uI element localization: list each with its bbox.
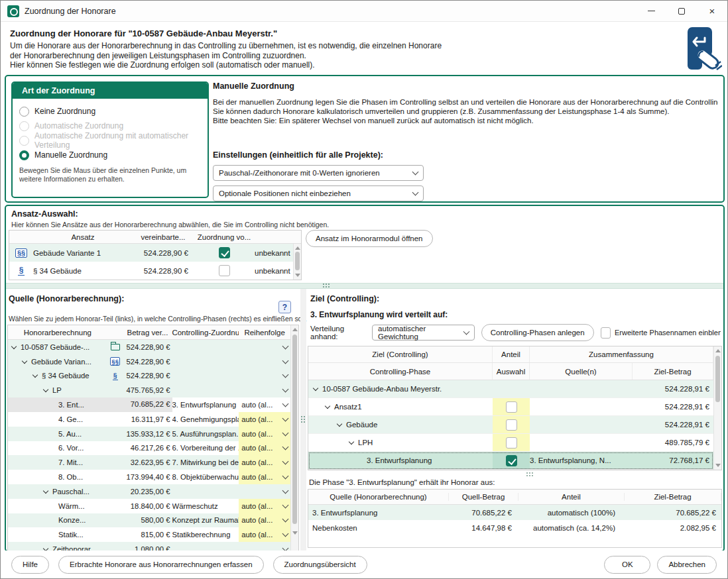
table-row[interactable]: Gebäude 524.228,91 € [308,416,713,434]
col-quellen[interactable]: Quelle(n) [530,363,633,380]
scroll-down-icon[interactable] [295,274,300,277]
tree-expand-icon[interactable] [337,421,342,427]
table-row[interactable]: Zeithonorar1.080,00 € [8,542,290,551]
tree-expand-icon[interactable] [11,344,17,349]
col-ziel-betrag[interactable]: Ziel-Betrag [625,493,721,501]
table-row[interactable]: 10-0587 Gebäude-...524.228,90 € [8,340,290,354]
col-group-ziel[interactable]: Ziel (Controlling) [308,346,493,362]
table-row[interactable]: Wärm...18.840,00 €Wärmeschutzauto (al... [8,499,290,513]
chevron-down-icon[interactable] [282,473,289,480]
col-betrag[interactable]: Betrag ver... [123,329,172,337]
controlling-phasen-anlegen-button[interactable]: Controlling-Phasen anlegen [481,324,594,341]
col-auswahl[interactable]: Auswahl [493,363,530,380]
table-row[interactable]: Statik...815,00 €Statikberechnungauto (a… [8,527,290,542]
table-row-selected[interactable]: 3. Entwurfsplanung 3. Entwurfsplanung, N… [308,452,713,470]
ansatz-scrollbar[interactable] [293,244,301,280]
col-ziel-betrag[interactable]: Ziel-Betrag [633,363,713,380]
chevron-down-icon[interactable] [282,487,289,494]
chevron-down-icon[interactable] [282,415,289,421]
radio-selected-icon[interactable] [19,150,29,160]
col-zuordnung[interactable]: Zuordnung vo... [194,233,255,241]
chevron-down-icon[interactable] [282,342,289,349]
chevron-down-icon[interactable] [282,501,289,508]
chevron-down-icon[interactable] [282,386,289,393]
col-group-zusammenfassung[interactable]: Zusammenfassung [530,346,713,362]
chevron-down-icon[interactable] [282,545,289,551]
tree-expand-icon[interactable] [43,387,48,392]
checkbox-unchecked[interactable] [506,401,517,413]
horizontal-splitter[interactable] [6,283,723,289]
minimize-button[interactable] [636,1,666,22]
scroll-up-icon[interactable] [715,349,721,352]
close-button[interactable]: × [697,1,727,22]
col-quelle[interactable]: Quelle (Honorarberechnung) [308,493,449,501]
maximize-button[interactable] [666,1,697,22]
scroll-up-icon[interactable] [295,246,300,250]
table-row[interactable]: § § 34 Gebäude 524.228,90 € unbekannt [9,262,293,280]
chevron-down-icon[interactable] [282,444,289,450]
help-icon[interactable]: ? [278,301,291,313]
splitter-grip-icon[interactable] [526,472,534,477]
scroll-down-icon[interactable] [292,531,298,535]
abbrechen-button[interactable]: Abbrechen [657,556,717,574]
erbrachte-honorare-button[interactable]: Erbrachte Honorare aus Honorarrechnungen… [58,556,264,574]
tree-expand-icon[interactable] [313,386,318,391]
chevron-down-icon[interactable] [282,516,289,523]
table-row-selected[interactable]: 3. Ent...70.685,22 €3. Entwurfsplanungau… [8,397,290,412]
radio-keine-zuordnung[interactable]: Keine Zuordnung [18,104,202,119]
table-row[interactable]: Gebäude Varian...§§524.228,90 € [8,354,290,369]
table-row[interactable]: 5. Au...135.933,12 €5. Ausführungsplan..… [8,427,290,441]
quelle-scrollbar[interactable] [290,325,298,551]
ansatz-oeffnen-button[interactable]: Ansatz im Honorarmodul öffnen [306,230,433,247]
table-row[interactable]: Pauschal...20.235,00 € [8,484,290,499]
tree-expand-icon[interactable] [325,403,330,409]
scrollbar-thumb[interactable] [292,335,297,524]
table-row[interactable]: Konze...580,00 €Konzept zur Raumak...aut… [8,513,290,528]
scrollbar-thumb[interactable] [715,356,720,402]
table-row[interactable]: Nebenkosten 14.647,98 € automatisch (ca.… [308,520,721,535]
splitter-grip-icon[interactable] [301,416,306,423]
table-row[interactable]: Ansatz1 524.228,91 € [308,398,713,416]
table-row[interactable]: 6. Vor...46.217,26 €6. Vorbereitung der … [8,441,290,456]
scrollbar-thumb[interactable] [295,252,300,270]
tree-expand-icon[interactable] [22,358,27,363]
col-anteil[interactable]: Anteil [518,493,625,501]
pauschal-zeithonorare-select[interactable]: Pauschal-/Zeithonorare mit 0-Werten igno… [213,165,424,181]
table-row[interactable]: 10-0587 Gebäude-Anbau Meyerstr. 524.228,… [308,380,713,398]
zuordnungsuebersicht-button[interactable]: Zuordnungsübersicht [273,556,367,574]
checkbox-unchecked[interactable] [506,419,517,431]
chevron-down-icon[interactable] [282,357,289,364]
chevron-down-icon[interactable] [282,458,289,465]
radio-manuelle-zuordnung[interactable]: Manuelle Zuordnung [18,148,202,162]
optionale-positionen-select[interactable]: Optionale Positionen nicht einbeziehen [213,185,424,201]
table-row[interactable]: 3. Entwurfsplanung 70.685,22 € automatis… [308,505,721,520]
ziel-scrollbar[interactable] [713,346,721,470]
checkbox-checked[interactable] [506,455,517,466]
tree-expand-icon[interactable] [32,372,38,378]
table-row[interactable]: LP475.765,92 € [8,383,290,397]
chevron-down-icon[interactable] [282,429,289,436]
erweiterte-phasennamen-checkbox[interactable] [601,327,611,339]
checkbox-checked[interactable] [219,247,230,258]
table-row[interactable]: 7. Mit...32.623,95 €7. Mitwirkung bei de… [8,455,290,470]
table-row[interactable]: § 34 Gebäude§524.228,90 € [8,369,290,384]
vertical-splitter[interactable] [300,289,306,551]
scroll-up-icon[interactable] [292,328,298,331]
radio-icon[interactable] [19,107,29,117]
chevron-down-icon[interactable] [282,531,289,537]
col-group-anteil[interactable]: Anteil [493,346,530,362]
col-controlling-zuordnung[interactable]: Controlling-Zuordnun... [172,329,239,337]
col-quell-betrag[interactable]: Quell-Betrag [449,493,518,501]
splitter-grip-icon[interactable] [323,284,330,288]
table-row[interactable]: §§ Gebäude Variante 1 524.228,90 € unbek… [9,244,293,262]
table-row[interactable]: 8. Ob...173.994,40 €8. Objektüberwachu..… [8,470,290,484]
tree-expand-icon[interactable] [43,546,48,551]
col-controlling-phase[interactable]: Controlling-Phase [308,363,493,380]
chevron-down-icon[interactable] [282,372,289,378]
table-row[interactable]: LPH 489.785,79 € [308,434,713,452]
col-reihenfolge[interactable]: Reihenfolge [239,325,290,339]
col-ansatz[interactable]: Ansatz [33,233,133,241]
col-vereinbarte[interactable]: vereinbarte... [133,233,194,241]
scroll-down-icon[interactable] [715,464,721,467]
verteilung-select[interactable]: automatischer Gewichtung [372,325,475,341]
